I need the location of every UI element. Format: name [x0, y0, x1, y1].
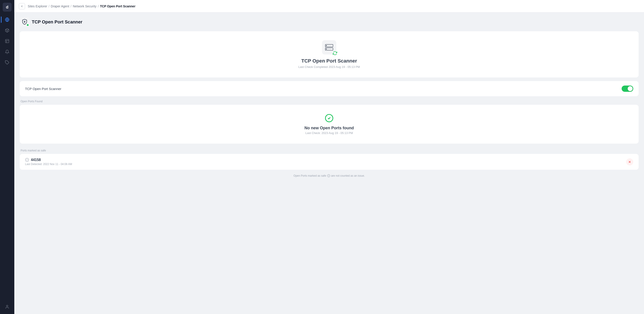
- port-check-icon: [25, 158, 29, 162]
- close-icon: [628, 160, 632, 164]
- check-circle-icon: [325, 114, 334, 123]
- breadcrumb-draper-agent[interactable]: Draper Agent: [51, 4, 69, 8]
- port-info: 44158 Last Detected: 2022 Nov 11 - 04:08…: [25, 158, 72, 166]
- footer-note: Open Ports marked as safe are not counte…: [20, 171, 639, 180]
- no-ports-title: No new Open Ports found: [304, 126, 354, 131]
- no-ports-card: No new Open Ports found Last Check: 2023…: [20, 105, 639, 144]
- port-number: 44158: [31, 158, 41, 162]
- sidebar-item-cubes[interactable]: [3, 26, 12, 35]
- sidebar-item-globe[interactable]: [3, 15, 12, 24]
- port-last-detected: Last Detected: 2022 Nov 11 - 04:08 AM: [25, 162, 72, 166]
- refresh-badge: [333, 51, 337, 55]
- scanner-toggle-label: TCP Open Port Scanner: [25, 87, 61, 91]
- remove-port-button[interactable]: [626, 158, 633, 165]
- scanner-card-subtitle: Last Check Completed 2023 Aug 19 - 05:13…: [298, 65, 360, 69]
- footer-safe-icon: [327, 174, 330, 177]
- breadcrumb-sep-2: /: [71, 4, 72, 8]
- scanner-icon-wrapper: [322, 40, 336, 54]
- breadcrumb-network-security[interactable]: Network Security: [73, 4, 96, 8]
- svg-point-4: [24, 21, 25, 22]
- port-item: 44158 Last Detected: 2022 Nov 11 - 04:08…: [20, 154, 639, 170]
- safe-ports-label: Ports marked as safe: [20, 149, 639, 152]
- svg-point-8: [326, 49, 327, 49]
- content-area: TCP Open Port Scanner TCP Open Port Scan…: [14, 12, 644, 314]
- toggle-knob: [628, 86, 632, 91]
- port-number-row: 44158: [25, 158, 72, 162]
- svg-rect-1: [6, 39, 9, 43]
- status-dot: [26, 24, 29, 26]
- server-icon: [325, 43, 334, 52]
- main-container: Sites Explorer / Draper Agent / Network …: [14, 0, 644, 314]
- sidebar-item-puzzle[interactable]: [3, 58, 12, 67]
- sidebar: d: [0, 0, 14, 314]
- sidebar-item-bell[interactable]: [3, 47, 12, 56]
- scanner-toggle-card: TCP Open Port Scanner: [20, 81, 639, 96]
- footer-note-text: Open Ports marked as safe: [294, 174, 326, 177]
- sidebar-item-user[interactable]: [3, 302, 12, 311]
- page-title-row: TCP Open Port Scanner: [20, 17, 639, 27]
- open-ports-label: Open Ports Found: [20, 100, 639, 103]
- breadcrumb: Sites Explorer / Draper Agent / Network …: [28, 4, 136, 8]
- breadcrumb-sites-explorer[interactable]: Sites Explorer: [28, 4, 47, 8]
- page-title: TCP Open Port Scanner: [32, 19, 82, 24]
- app-logo[interactable]: d: [3, 3, 12, 12]
- footer-note-suffix: are not counted as an issue.: [331, 174, 365, 177]
- header: Sites Explorer / Draper Agent / Network …: [14, 0, 644, 12]
- scanner-hero-card: TCP Open Port Scanner Last Check Complet…: [20, 31, 639, 77]
- back-button[interactable]: [19, 3, 25, 9]
- svg-point-7: [326, 45, 327, 46]
- scanner-card-title: TCP Open Port Scanner: [302, 58, 357, 64]
- no-ports-subtitle: Last Check: 2023 Aug 19 - 05:13 PM: [306, 131, 353, 135]
- breadcrumb-sep-1: /: [48, 4, 50, 8]
- svg-point-3: [6, 305, 8, 307]
- sidebar-item-reports[interactable]: [3, 37, 12, 46]
- breadcrumb-sep-3: /: [98, 4, 98, 8]
- scanner-toggle[interactable]: [622, 86, 633, 92]
- title-icon: [20, 17, 30, 27]
- breadcrumb-current: TCP Open Port Scanner: [100, 4, 135, 8]
